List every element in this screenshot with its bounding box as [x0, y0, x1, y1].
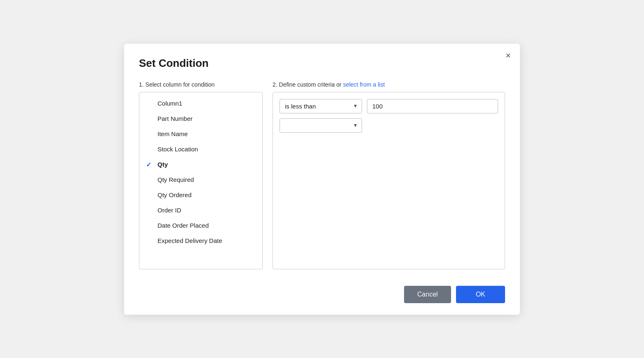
list-item-stock-location[interactable]: Stock Location [139, 141, 262, 157]
dialog-title: Set Condition [139, 57, 505, 70]
list-item-order-id[interactable]: Order ID [139, 203, 262, 218]
right-panel: 2. Define custom criteria or select from… [273, 81, 505, 269]
footer: Cancel OK [139, 283, 505, 303]
content-area: 1. Select column for condition Column1Pa… [139, 81, 505, 269]
list-item-date-order-placed[interactable]: Date Order Placed [139, 218, 262, 233]
set-condition-dialog: × Set Condition 1. Select column for con… [124, 44, 520, 315]
condition-dropdown-wrapper: is less thanis greater thanis equal tois… [280, 99, 362, 113]
ok-button[interactable]: OK [456, 286, 505, 303]
list-item-item-name[interactable]: Item Name [139, 126, 262, 141]
second-condition-select[interactable] [280, 118, 362, 133]
list-item-part-number[interactable]: Part Number [139, 111, 262, 126]
list-item-qty-ordered[interactable]: Qty Ordered [139, 187, 262, 203]
list-item-qty-required[interactable]: Qty Required [139, 172, 262, 187]
second-dropdown-wrapper: ▼ [280, 118, 362, 133]
list-item-column1[interactable]: Column1 [139, 96, 262, 111]
left-section-label: 1. Select column for condition [139, 81, 263, 88]
criteria-box: is less thanis greater thanis equal tois… [273, 92, 505, 269]
right-section-label: 2. Define custom criteria or select from… [273, 81, 505, 88]
value-input[interactable] [367, 99, 498, 113]
column-list: Column1Part NumberItem NameStock Locatio… [139, 92, 263, 269]
list-item-expected-delivery-date[interactable]: Expected Delivery Date [139, 233, 262, 248]
select-from-list-link[interactable]: select from a list [343, 81, 385, 88]
close-button[interactable]: × [505, 51, 511, 60]
list-item-qty[interactable]: Qty [139, 157, 262, 172]
criteria-second-row: ▼ [280, 118, 498, 133]
criteria-first-row: is less thanis greater thanis equal tois… [280, 99, 498, 113]
right-section-label-text: 2. Define custom criteria or [273, 81, 343, 88]
condition-select[interactable]: is less thanis greater thanis equal tois… [280, 99, 362, 113]
cancel-button[interactable]: Cancel [404, 286, 451, 303]
left-panel: 1. Select column for condition Column1Pa… [139, 81, 263, 269]
